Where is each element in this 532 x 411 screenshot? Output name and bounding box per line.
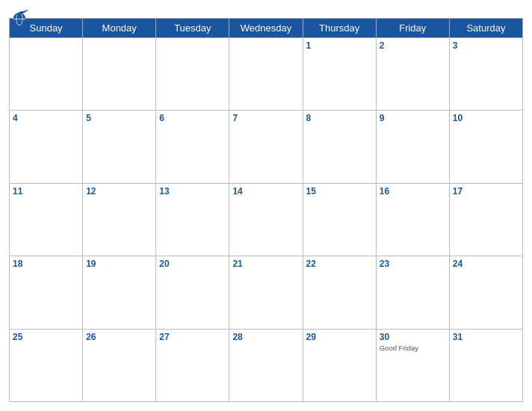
calendar-day-cell: 18 — [10, 256, 83, 329]
day-number: 4 — [13, 113, 79, 123]
calendar-day-cell: 7 — [229, 111, 303, 183]
calendar-day-cell: 19 — [83, 256, 156, 329]
calendar-day-cell — [83, 38, 156, 111]
weekday-header-monday: Monday — [83, 19, 156, 38]
day-number: 15 — [306, 186, 373, 197]
calendar-day-cell: 25 — [10, 329, 83, 401]
calendar-day-cell: 9 — [376, 111, 449, 183]
calendar-table: SundayMondayTuesdayWednesdayThursdayFrid… — [9, 18, 523, 402]
calendar-day-cell — [156, 38, 229, 111]
calendar-day-cell: 15 — [303, 183, 376, 256]
day-number: 13 — [159, 186, 226, 197]
day-number: 18 — [13, 259, 79, 269]
calendar-day-cell: 5 — [83, 111, 156, 183]
calendar-container: SundayMondayTuesdayWednesdayThursdayFrid… — [0, 0, 532, 411]
calendar-day-cell: 14 — [229, 183, 303, 256]
calendar-day-cell — [10, 38, 83, 111]
day-number: 22 — [306, 259, 373, 269]
calendar-day-cell: 28 — [229, 329, 303, 401]
day-number: 23 — [380, 259, 446, 269]
day-number: 11 — [13, 186, 79, 197]
day-number: 16 — [380, 186, 446, 197]
weekday-header-wednesday: Wednesday — [229, 19, 303, 38]
calendar-day-cell: 22 — [303, 256, 376, 329]
day-number: 19 — [86, 259, 152, 269]
weekday-header-tuesday: Tuesday — [156, 19, 229, 38]
calendar-day-cell: 2 — [376, 38, 449, 111]
weekday-header-row: SundayMondayTuesdayWednesdayThursdayFrid… — [10, 19, 523, 38]
weekday-header-saturday: Saturday — [449, 19, 522, 38]
holiday-label: Good Friday — [380, 344, 446, 352]
calendar-day-cell: 10 — [449, 111, 522, 183]
day-number: 9 — [380, 113, 446, 123]
logo-area — [9, 7, 33, 28]
calendar-header — [9, 7, 523, 18]
calendar-day-cell: 24 — [449, 256, 522, 329]
day-number: 24 — [453, 259, 519, 269]
calendar-day-cell: 21 — [229, 256, 303, 329]
calendar-week-row: 11121314151617 — [10, 183, 523, 256]
calendar-week-row: 123 — [10, 38, 523, 111]
calendar-day-cell: 29 — [303, 329, 376, 401]
weekday-header-thursday: Thursday — [303, 19, 376, 38]
calendar-day-cell: 31 — [449, 329, 522, 401]
calendar-day-cell: 16 — [376, 183, 449, 256]
calendar-day-cell: 20 — [156, 256, 229, 329]
calendar-day-cell: 17 — [449, 183, 522, 256]
calendar-day-cell: 8 — [303, 111, 376, 183]
calendar-week-row: 18192021222324 — [10, 256, 523, 329]
logo-icon — [9, 7, 30, 28]
calendar-day-cell: 12 — [83, 183, 156, 256]
day-number: 30 — [380, 332, 446, 342]
day-number: 1 — [306, 40, 373, 51]
calendar-day-cell: 23 — [376, 256, 449, 329]
day-number: 8 — [306, 113, 373, 123]
day-number: 25 — [13, 332, 79, 342]
day-number: 5 — [86, 113, 152, 123]
calendar-day-cell: 11 — [10, 183, 83, 256]
calendar-day-cell: 13 — [156, 183, 229, 256]
day-number: 17 — [453, 186, 519, 197]
day-number: 12 — [86, 186, 152, 197]
calendar-day-cell: 6 — [156, 111, 229, 183]
day-number: 2 — [380, 40, 446, 51]
day-number: 3 — [453, 40, 519, 51]
day-number: 26 — [86, 332, 152, 342]
calendar-day-cell: 30Good Friday — [376, 329, 449, 401]
calendar-week-row: 252627282930Good Friday31 — [10, 329, 523, 401]
day-number: 29 — [306, 332, 373, 342]
weekday-header-friday: Friday — [376, 19, 449, 38]
day-number: 21 — [232, 259, 299, 269]
calendar-day-cell: 1 — [303, 38, 376, 111]
day-number: 28 — [232, 332, 299, 342]
day-number: 6 — [159, 113, 226, 123]
day-number: 31 — [453, 332, 519, 342]
calendar-day-cell: 26 — [83, 329, 156, 401]
calendar-week-row: 45678910 — [10, 111, 523, 183]
day-number: 10 — [453, 113, 519, 123]
calendar-day-cell: 3 — [449, 38, 522, 111]
day-number: 14 — [232, 186, 299, 197]
calendar-day-cell: 4 — [10, 111, 83, 183]
day-number: 27 — [159, 332, 226, 342]
day-number: 20 — [159, 259, 226, 269]
day-number: 7 — [232, 113, 299, 123]
calendar-day-cell — [229, 38, 303, 111]
calendar-day-cell: 27 — [156, 329, 229, 401]
